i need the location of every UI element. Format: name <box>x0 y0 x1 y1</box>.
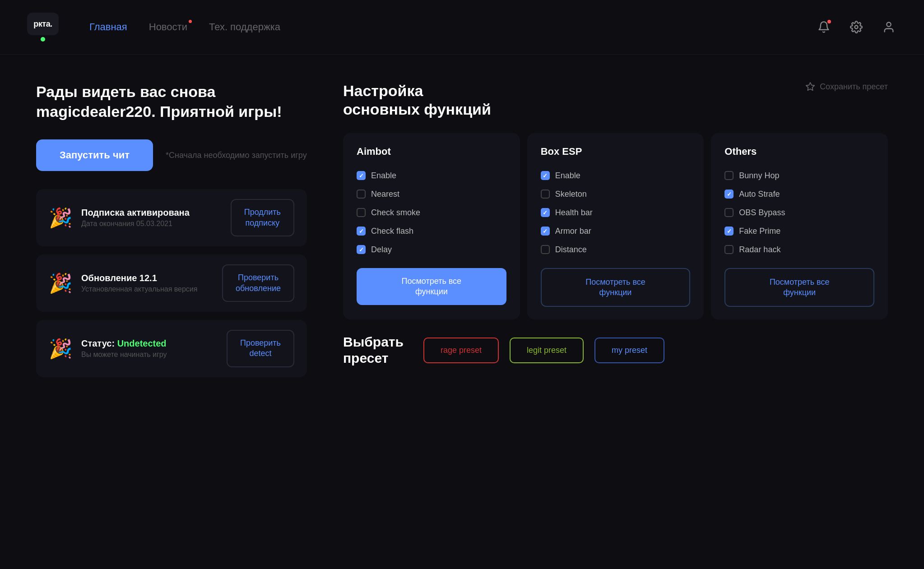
others-radarhack-item: Radar hack <box>724 241 874 259</box>
boxesp-healthbar-item: Health bar <box>541 204 691 222</box>
nav-icons <box>816 19 897 35</box>
aimbot-enable-label: Enable <box>371 171 396 180</box>
others-fakeprime-checkbox[interactable] <box>724 227 734 236</box>
others-fakeprime-item: Fake Prime <box>724 222 874 241</box>
aimbot-nearest-checkbox[interactable] <box>357 190 366 199</box>
cards-list: 🎉 Подписка активирована Дата окончания 0… <box>36 189 307 377</box>
others-obsbypass-label: OBS Bypass <box>739 208 785 217</box>
boxesp-enable-label: Enable <box>555 171 580 180</box>
boxesp-healthbar-checkbox[interactable] <box>541 208 550 217</box>
navbar: ркта. Главная Новости Тех. поддержка <box>0 0 924 55</box>
user-icon[interactable] <box>881 19 897 35</box>
boxesp-skeleton-label: Skeleton <box>555 190 587 199</box>
check-detect-button[interactable]: Проверитьdetect <box>227 330 294 367</box>
news-dot <box>189 20 192 23</box>
my-preset-button[interactable]: my preset <box>594 338 664 363</box>
card-emoji-3: 🎉 <box>49 338 72 360</box>
boxesp-distance-checkbox[interactable] <box>541 245 550 254</box>
aimbot-delay-label: Delay <box>371 245 392 254</box>
card-emoji-2: 🎉 <box>49 272 72 294</box>
aimbot-enable-item: Enable <box>357 167 506 185</box>
others-obsbypass-item: OBS Bypass <box>724 204 874 222</box>
bell-icon[interactable] <box>816 19 832 35</box>
presets-label: Выбратьпресет <box>343 334 404 366</box>
card-info-2: Обновление 12.1 Установленная актуальная… <box>81 273 213 293</box>
aimbot-enable-checkbox[interactable] <box>357 171 366 180</box>
aimbot-column: Aimbot Enable Nearest Check smoke Check … <box>343 133 520 320</box>
others-bunnyhop-item: Bunny Hop <box>724 167 874 185</box>
logo-text: ркта. <box>27 13 59 35</box>
nav-support[interactable]: Тех. поддержка <box>209 21 280 33</box>
aimbot-checkflash-item: Check flash <box>357 222 506 241</box>
others-autostrafe-item: Auto Strafe <box>724 185 874 204</box>
boxesp-skeleton-item: Skeleton <box>541 185 691 204</box>
aimbot-delay-checkbox[interactable] <box>357 245 366 254</box>
section-title: Настройкаосновных функций <box>343 82 491 119</box>
svg-point-0 <box>855 26 858 29</box>
legit-preset-button[interactable]: legit preset <box>510 338 584 363</box>
svg-point-1 <box>887 23 891 27</box>
subscription-card: 🎉 Подписка активирована Дата окончания 0… <box>36 189 307 246</box>
nav-home[interactable]: Главная <box>89 21 127 33</box>
main-content: Рады видеть вас сноваmagicdealer220. При… <box>0 55 924 404</box>
welcome-text: Рады видеть вас сноваmagicdealer220. При… <box>36 82 307 121</box>
boxesp-title: Box ESP <box>541 146 691 157</box>
boxesp-column: Box ESP Enable Skeleton Health bar Armor… <box>527 133 704 320</box>
status-card: 🎉 Статус: Undetected Вы можете начинать … <box>36 320 307 377</box>
aimbot-delay-item: Delay <box>357 241 506 259</box>
card-title-2: Обновление 12.1 <box>81 273 213 283</box>
save-preset-label: Сохранить пресет <box>820 82 888 92</box>
card-subtitle-1: Дата окончания 05.03.2021 <box>81 220 222 228</box>
others-fakeprime-label: Fake Prime <box>739 227 780 236</box>
others-bunnyhop-label: Bunny Hop <box>739 171 779 180</box>
boxesp-enable-item: Enable <box>541 167 691 185</box>
presets-section: Выбратьпресет rage preset legit preset m… <box>343 334 888 366</box>
launch-row: Запустить чит *Сначала необходимо запуст… <box>36 139 307 171</box>
boxesp-skeleton-checkbox[interactable] <box>541 190 550 199</box>
card-subtitle-3: Вы можете начинать игру <box>81 351 218 359</box>
launch-button[interactable]: Запустить чит <box>36 139 153 171</box>
others-radarhack-checkbox[interactable] <box>724 245 734 254</box>
nav-news[interactable]: Новости <box>149 21 187 33</box>
logo: ркта. <box>27 13 59 42</box>
card-title-1: Подписка активирована <box>81 208 222 218</box>
features-grid: Aimbot Enable Nearest Check smoke Check … <box>343 133 888 320</box>
others-autostrafe-checkbox[interactable] <box>724 190 734 199</box>
rage-preset-button[interactable]: rage preset <box>423 338 499 363</box>
aimbot-checkflash-label: Check flash <box>371 227 413 236</box>
aimbot-checksmoke-checkbox[interactable] <box>357 208 366 217</box>
save-preset-button[interactable]: Сохранить пресет <box>805 82 888 92</box>
card-info-3: Статус: Undetected Вы можете начинать иг… <box>81 338 218 359</box>
boxesp-armorbar-item: Armor bar <box>541 222 691 241</box>
aimbot-nearest-item: Nearest <box>357 185 506 204</box>
nav-links: Главная Новости Тех. поддержка <box>89 21 794 33</box>
others-obsbypass-checkbox[interactable] <box>724 208 734 217</box>
boxesp-armorbar-label: Armor bar <box>555 227 591 236</box>
card-info-1: Подписка активирована Дата окончания 05.… <box>81 208 222 228</box>
aimbot-checkflash-checkbox[interactable] <box>357 227 366 236</box>
right-header: Настройкаосновных функций Сохранить прес… <box>343 82 888 119</box>
others-bunnyhop-checkbox[interactable] <box>724 171 734 180</box>
boxesp-enable-checkbox[interactable] <box>541 171 550 180</box>
status-prefix: Статус: <box>81 338 117 348</box>
aimbot-view-all-button[interactable]: Посмотреть всефункции <box>357 268 506 305</box>
bell-notification-dot <box>827 20 831 23</box>
status-value: Undetected <box>117 338 167 348</box>
launch-hint: *Сначала необходимо запустить игру <box>166 151 307 160</box>
status-dot <box>41 37 45 42</box>
others-radarhack-label: Radar hack <box>739 245 780 254</box>
aimbot-nearest-label: Nearest <box>371 190 399 199</box>
others-column: Others Bunny Hop Auto Strafe OBS Bypass … <box>711 133 888 320</box>
boxesp-view-all-button[interactable]: Посмотреть всефункции <box>541 268 691 307</box>
boxesp-distance-item: Distance <box>541 241 691 259</box>
check-update-button[interactable]: Проверитьобновление <box>222 264 294 302</box>
aimbot-checksmoke-label: Check smoke <box>371 208 420 217</box>
gear-icon[interactable] <box>848 19 864 35</box>
boxesp-healthbar-label: Health bar <box>555 208 593 217</box>
aimbot-title: Aimbot <box>357 146 506 157</box>
boxesp-armorbar-checkbox[interactable] <box>541 227 550 236</box>
others-title: Others <box>724 146 874 157</box>
renew-subscription-button[interactable]: Продлитьподписку <box>231 199 294 236</box>
card-emoji-1: 🎉 <box>49 207 72 229</box>
others-view-all-button[interactable]: Посмотреть всефункции <box>724 268 874 307</box>
